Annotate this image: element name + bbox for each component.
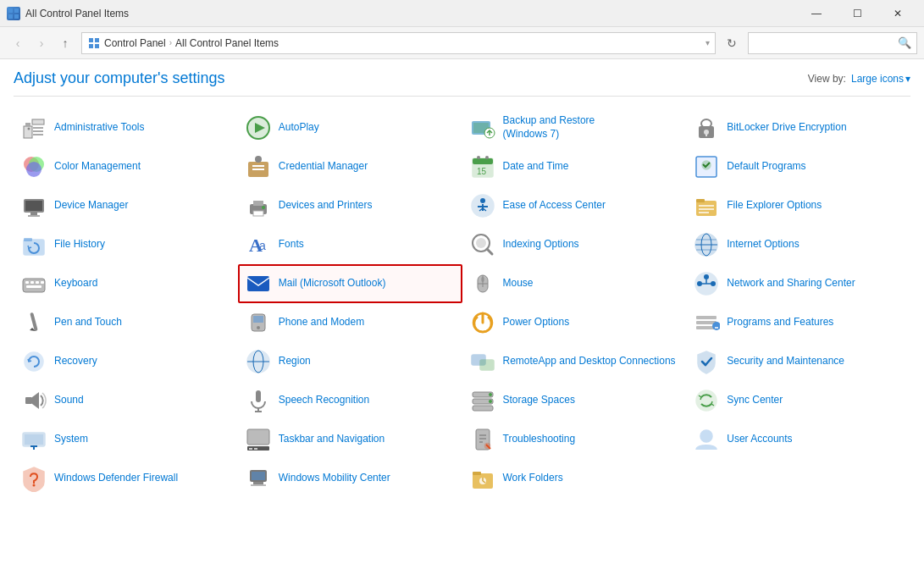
cp-item-mouse[interactable]: Mouse	[462, 264, 687, 303]
cp-item-phone-modem[interactable]: Phone and Modem	[238, 303, 462, 342]
fonts-label: Fonts	[279, 238, 304, 252]
svg-rect-44	[253, 201, 263, 206]
svg-rect-33	[473, 158, 493, 164]
svg-rect-7	[95, 44, 99, 48]
refresh-button[interactable]: ↻	[721, 32, 743, 54]
cp-item-sound[interactable]: Sound	[14, 381, 238, 420]
search-icon: 🔍	[898, 36, 911, 49]
cp-item-power-options[interactable]: Power Options	[462, 303, 687, 342]
address-path[interactable]: Control Panel › All Control Panel Items …	[81, 32, 716, 54]
cp-item-speech-recognition[interactable]: Speech Recognition	[238, 381, 462, 420]
cp-item-pen-touch[interactable]: Pen and Touch	[14, 303, 238, 342]
mail-outlook-icon	[245, 270, 272, 297]
autoplay-icon	[245, 114, 272, 141]
cp-item-troubleshooting[interactable]: Troubleshooting	[462, 420, 687, 459]
svg-point-127	[700, 430, 712, 442]
cp-item-bitlocker[interactable]: BitLocker Drive Encryption	[686, 108, 910, 147]
cp-item-autoplay[interactable]: AutoPlay	[238, 108, 462, 147]
svg-point-11	[28, 128, 30, 130]
color-management-label: Color Management	[54, 160, 141, 174]
svg-rect-53	[699, 212, 709, 213]
svg-rect-2	[8, 14, 13, 19]
cp-item-user-accounts[interactable]: User Accounts	[686, 420, 910, 459]
path-separator: ›	[169, 38, 172, 47]
backup-restore-label: Backup and Restore (Windows 7)	[503, 114, 595, 141]
svg-point-34	[477, 156, 480, 159]
cp-item-security-maintenance[interactable]: Security and Maintenance	[686, 342, 910, 381]
svg-point-35	[485, 156, 489, 159]
svg-point-81	[704, 274, 709, 279]
search-input[interactable]	[754, 37, 894, 49]
sound-icon	[20, 387, 47, 414]
cp-item-programs-features[interactable]: Programs and Features	[686, 303, 910, 342]
up-button[interactable]: ↑	[54, 32, 76, 54]
cp-item-ease-access[interactable]: Ease of Access Center	[462, 186, 687, 225]
administrative-tools-icon	[20, 114, 47, 141]
cp-item-internet-options[interactable]: Internet Options	[686, 225, 910, 264]
cp-item-file-explorer-options[interactable]: File Explorer Options	[686, 186, 910, 225]
svg-rect-10	[32, 119, 44, 124]
cp-item-work-folders[interactable]: Work Folders	[462, 459, 687, 498]
cp-item-windows-mobility[interactable]: Windows Mobility Center	[238, 459, 462, 498]
svg-rect-68	[30, 281, 34, 284]
default-programs-label: Default Programs	[727, 160, 805, 174]
svg-rect-50	[696, 199, 705, 202]
color-management-icon	[20, 153, 47, 180]
path-segment-all[interactable]: All Control Panel Items	[175, 37, 279, 49]
cp-item-sync-center[interactable]: Sync Center	[686, 381, 910, 420]
cp-item-administrative-tools[interactable]: Administrative Tools	[14, 108, 238, 147]
svg-point-112	[489, 400, 492, 403]
cp-item-windows-defender-firewall[interactable]: Windows Defender Firewall	[14, 459, 238, 498]
svg-rect-71	[26, 285, 41, 288]
cp-item-date-time[interactable]: 15Date and Time	[462, 147, 687, 186]
cp-item-indexing-options[interactable]: Indexing Options	[462, 225, 687, 264]
cp-item-system[interactable]: System	[14, 420, 238, 459]
forward-button[interactable]: ›	[30, 32, 53, 54]
back-button[interactable]: ‹	[7, 32, 29, 54]
cp-item-color-management[interactable]: Color Management	[14, 147, 238, 186]
svg-rect-4	[89, 38, 93, 42]
cp-item-default-programs[interactable]: Default Programs	[686, 147, 910, 186]
svg-rect-5	[95, 38, 99, 42]
svg-rect-110	[473, 406, 493, 411]
svg-point-129	[33, 484, 36, 487]
minimize-button[interactable]: —	[797, 0, 836, 27]
maximize-button[interactable]: ☐	[838, 0, 877, 27]
view-by-button[interactable]: Large icons ▾	[851, 73, 910, 85]
svg-rect-6	[89, 44, 93, 48]
svg-rect-55	[24, 238, 32, 241]
administrative-tools-label: Administrative Tools	[54, 121, 145, 135]
close-button[interactable]: ✕	[878, 0, 917, 27]
device-manager-label: Device Manager	[54, 199, 128, 213]
cp-item-credential-manager[interactable]: Credential Manager	[238, 147, 462, 186]
svg-marker-104	[32, 392, 39, 409]
cp-item-recovery[interactable]: Recovery	[14, 342, 238, 381]
internet-options-label: Internet Options	[727, 238, 799, 252]
path-icon	[87, 36, 101, 50]
cp-item-fonts[interactable]: AaFonts	[238, 225, 462, 264]
search-box[interactable]: 🔍	[748, 32, 917, 54]
cp-item-network-sharing[interactable]: Network and Sharing Center	[686, 264, 910, 303]
cp-item-taskbar-navigation[interactable]: Taskbar and Navigation	[238, 420, 462, 459]
view-by-label: View by:	[808, 73, 846, 85]
cp-item-file-history[interactable]: File History	[14, 225, 238, 264]
cp-item-mail-outlook[interactable]: Mail (Microsoft Outlook)	[238, 264, 462, 303]
titlebar-left: All Control Panel Items	[7, 7, 129, 20]
cp-item-storage-spaces[interactable]: Storage Spaces	[462, 381, 687, 420]
svg-rect-84	[30, 312, 38, 331]
credential-manager-icon	[245, 153, 272, 180]
cp-item-devices-printers[interactable]: Devices and Printers	[238, 186, 462, 225]
keyboard-label: Keyboard	[54, 277, 97, 290]
path-segment-controlpanel[interactable]: Control Panel	[104, 37, 166, 49]
mail-outlook-label: Mail (Microsoft Outlook)	[279, 277, 386, 290]
cp-item-device-manager[interactable]: Device Manager	[14, 186, 238, 225]
cp-item-region[interactable]: Region	[238, 342, 462, 381]
file-history-icon	[20, 231, 47, 258]
region-icon	[245, 348, 272, 375]
svg-rect-52	[699, 208, 714, 210]
svg-rect-120	[249, 448, 252, 450]
svg-rect-132	[253, 482, 263, 484]
cp-item-keyboard[interactable]: Keyboard	[14, 264, 238, 303]
cp-item-backup-restore[interactable]: Backup and Restore (Windows 7)	[462, 108, 687, 147]
cp-item-remoteapp[interactable]: RemoteApp and Desktop Connections	[462, 342, 687, 381]
